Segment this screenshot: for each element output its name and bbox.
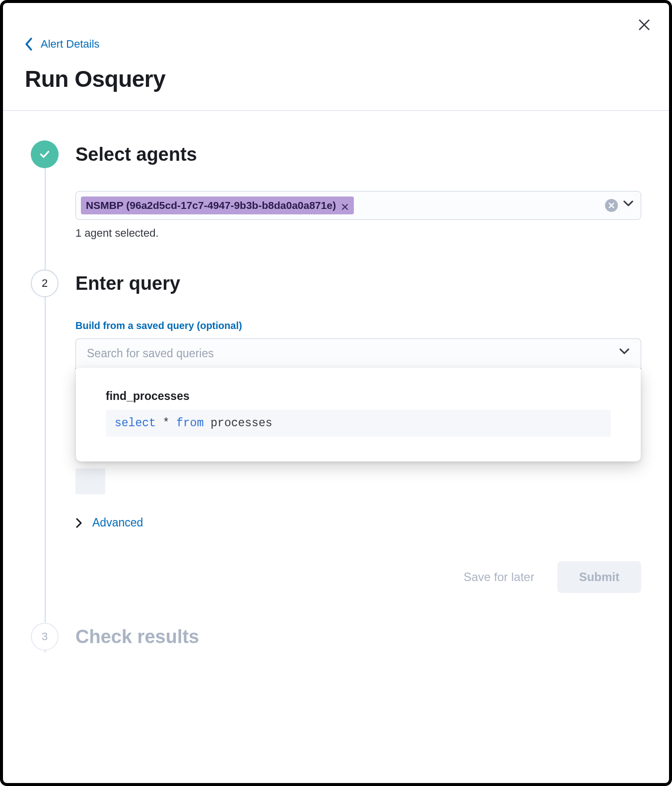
saved-query-dropdown: find_processes select * from processes	[76, 368, 641, 461]
saved-query-combobox[interactable]: find_processes select * from processes	[75, 338, 641, 369]
step-2-title: Enter query	[75, 269, 641, 297]
chevron-right-icon	[75, 518, 82, 528]
chevron-left-icon	[25, 38, 33, 51]
submit-button[interactable]: Submit	[557, 561, 641, 593]
agent-selector[interactable]: NSMBP (96a2d5cd-17c7-4947-9b3b-b8da0a0a8…	[75, 191, 641, 220]
chevron-down-icon	[619, 348, 630, 355]
agent-dropdown-toggle[interactable]	[623, 200, 634, 211]
breadcrumb-back[interactable]: Alert Details	[25, 38, 647, 51]
agent-pill-label: NSMBP (96a2d5cd-17c7-4947-9b3b-b8da0a0a8…	[86, 199, 336, 211]
step-3-indicator: 3	[31, 623, 59, 651]
agent-clear-all[interactable]	[605, 199, 618, 212]
agent-pill: NSMBP (96a2d5cd-17c7-4947-9b3b-b8da0a0a8…	[81, 196, 354, 214]
x-icon	[341, 203, 349, 211]
advanced-label: Advanced	[92, 516, 143, 529]
close-icon	[636, 17, 652, 33]
step-connector	[45, 297, 46, 653]
check-icon	[38, 148, 51, 161]
agent-pill-remove[interactable]	[341, 201, 349, 209]
saved-query-input[interactable]	[87, 347, 619, 360]
advanced-toggle[interactable]: Advanced	[75, 516, 641, 529]
x-icon	[608, 202, 615, 209]
chevron-down-icon	[623, 200, 634, 207]
query-editor-gutter	[75, 468, 105, 494]
agent-hint: 1 agent selected.	[75, 227, 641, 240]
step-1-title: Select agents	[75, 140, 641, 168]
step-3-title: Check results	[75, 623, 641, 651]
page-title: Run Osquery	[25, 66, 647, 92]
step-2-indicator: 2	[31, 269, 59, 297]
saved-query-option-name: find_processes	[106, 390, 611, 403]
step-1-indicator	[31, 140, 59, 168]
close-button[interactable]	[636, 17, 652, 33]
save-for-later-button[interactable]: Save for later	[459, 563, 539, 591]
saved-query-dropdown-toggle[interactable]	[619, 348, 630, 359]
saved-query-option[interactable]: find_processes select * from processes	[106, 390, 611, 437]
saved-query-option-sql: select * from processes	[106, 410, 611, 437]
breadcrumb-label: Alert Details	[41, 38, 100, 51]
saved-query-label: Build from a saved query (optional)	[75, 320, 641, 331]
